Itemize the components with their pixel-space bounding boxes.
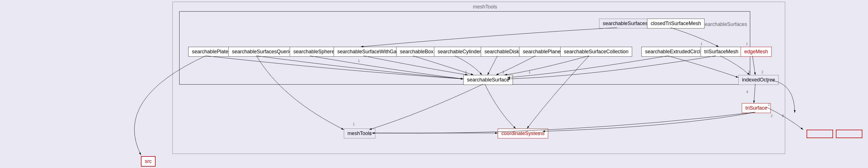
node-coordinatesystems[interactable]: coordinateSystems [498,129,548,138]
node-edgemesh[interactable]: edgeMesh [741,47,772,57]
node-searchableplane[interactable]: searchablePlane [519,47,564,57]
node-searchablesurfacesqueries[interactable]: searchableSurfacesQueries [228,47,298,57]
searchablesurfaces-title: searchableSurfaces [702,22,747,27]
node-searchablecylinder[interactable]: searchableCylinder [434,47,485,57]
legend-box-2 [836,130,862,138]
node-src[interactable]: src [141,156,156,167]
node-searchablesurface[interactable]: searchableSurface [463,75,513,85]
node-searchablesphere[interactable]: searchableSphere [290,47,338,57]
node-trisurface[interactable]: triSurface [742,103,771,113]
node-closedtrisurfacemesh[interactable]: closedTriSurfaceMesh [647,19,705,28]
node-searchabledisk[interactable]: searchableDisk [481,47,523,57]
node-searchableextrudedcircle[interactable]: searchableExtrudedCircle [642,47,707,57]
node-indexedoctree[interactable]: indexedOctree [738,75,779,85]
node-trisurfacemesh[interactable]: triSurfaceMesh [701,47,742,57]
legend-box-1 [807,130,833,138]
node-searchablesurfaces-box[interactable]: searchableSurfaces [599,19,651,28]
meshtools-title: meshTools [473,4,497,10]
node-searchableplate[interactable]: searchablePlate [188,47,232,57]
node-searchablebox[interactable]: searchableBox [396,47,437,57]
node-searchablesurfacecollection[interactable]: searchableSurfaceCollection [560,47,632,57]
node-meshtools[interactable]: meshTools [344,129,375,138]
node-searchablesurfacewithgaps[interactable]: searchableSurfaceWithGaps [334,47,406,57]
